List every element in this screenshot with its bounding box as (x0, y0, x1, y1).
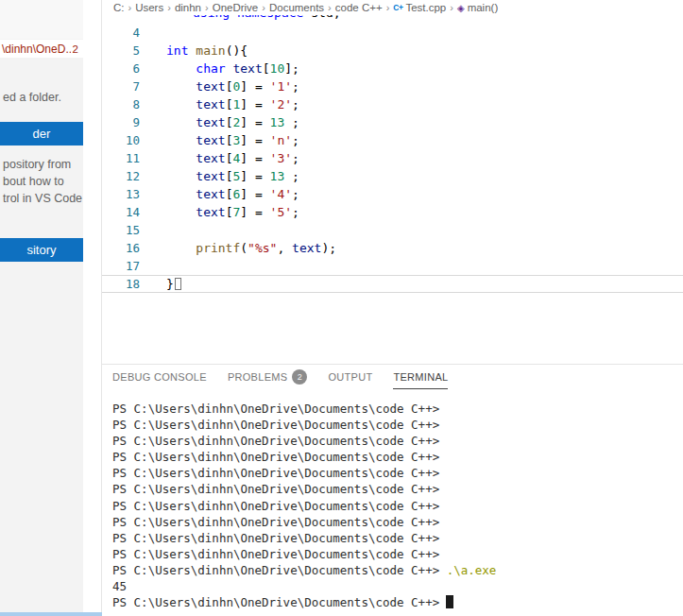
terminal-line: 45 (112, 578, 683, 594)
line-number[interactable]: 16 (102, 239, 140, 257)
editor-cursor (175, 278, 181, 290)
line-number[interactable]: 8 (102, 95, 140, 113)
sidebar-editor-tab[interactable]: \dinhn\OneD... 2 (0, 40, 83, 58)
breadcrumb-item[interactable]: C: (113, 2, 125, 13)
terminal-prompt: PS C:\Users\dinhn\OneDrive\Documents\cod… (112, 466, 439, 480)
open-folder-button[interactable]: der (0, 122, 83, 145)
terminal-prompt: PS C:\Users\dinhn\OneDrive\Documents\cod… (112, 402, 439, 416)
code-lines: 45int main(){6 char text[10];7 text[0] =… (102, 24, 683, 293)
line-number[interactable]: 18 (102, 276, 140, 292)
line-number[interactable]: 13 (102, 185, 140, 203)
sidebar-welcome-text-2: pository from bout how to trol in VS Cod… (3, 156, 82, 207)
line-number[interactable]: 7 (102, 77, 140, 95)
terminal-prompt: PS C:\Users\dinhn\OneDrive\Documents\cod… (112, 434, 439, 448)
breadcrumb-separator: › (167, 2, 171, 13)
breadcrumb-separator: › (386, 2, 390, 13)
code-line-17[interactable]: 17 (102, 257, 683, 275)
breadcrumb-separator: › (450, 2, 453, 13)
terminal-cursor (446, 595, 453, 608)
line-number[interactable]: 5 (102, 42, 140, 60)
terminal-line: PS C:\Users\dinhn\OneDrive\Documents\cod… (112, 433, 683, 449)
partial-code-line: using namespace std; (102, 15, 683, 24)
terminal-command: .\a.exe (439, 563, 496, 577)
breadcrumb-item[interactable]: code C++ (335, 2, 383, 13)
terminal-line: PS C:\Users\dinhn\OneDrive\Documents\cod… (112, 481, 683, 497)
terminal-line: PS C:\Users\dinhn\OneDrive\Documents\cod… (112, 465, 683, 481)
sidebar-welcome-line: trol in VS Code (3, 190, 82, 207)
line-number[interactable]: 15 (102, 221, 140, 239)
breadcrumb[interactable]: C:›Users›dinhn›OneDrive›Documents›code C… (102, 0, 683, 15)
terminal-content[interactable]: PS C:\Users\dinhn\OneDrive\Documents\cod… (102, 389, 683, 610)
code-line-10[interactable]: 10 text[3] = 'n'; (102, 131, 683, 149)
line-number[interactable]: 11 (102, 149, 140, 167)
panel-tab-problems[interactable]: PROBLEMS2 (228, 365, 308, 389)
code-line-5[interactable]: 5int main(){ (102, 42, 683, 60)
clone-repository-button[interactable]: sitory (0, 238, 83, 262)
code-line-12[interactable]: 12 text[5] = 13 ; (102, 167, 683, 185)
breadcrumb-item[interactable]: Users (135, 2, 163, 13)
problems-badge: 2 (292, 369, 307, 385)
symbol-method-icon: ◈ (457, 3, 465, 13)
panel-tab-debug-console[interactable]: DEBUG CONSOLE (112, 365, 207, 389)
terminal-line: PS C:\Users\dinhn\OneDrive\Documents\cod… (112, 449, 683, 465)
terminal-prompt: PS C:\Users\dinhn\OneDrive\Documents\cod… (112, 499, 439, 513)
code-line-11[interactable]: 11 text[4] = '3'; (102, 149, 683, 167)
panel-tabs: DEBUG CONSOLEPROBLEMS2OUTPUTTERMINAL (102, 365, 683, 389)
terminal-line: PS C:\Users\dinhn\OneDrive\Documents\cod… (112, 562, 683, 578)
breadcrumb-separator: › (328, 2, 332, 13)
terminal-output: 45 (112, 579, 127, 593)
code-line-13[interactable]: 13 text[6] = '4'; (102, 185, 683, 203)
code-line-9[interactable]: 9 text[2] = 13 ; (102, 113, 683, 131)
panel-tab-output[interactable]: OUTPUT (328, 365, 372, 389)
terminal-prompt: PS C:\Users\dinhn\OneDrive\Documents\cod… (112, 563, 439, 577)
line-number[interactable]: 14 (102, 203, 140, 221)
line-number[interactable]: 4 (102, 24, 140, 42)
code-line-14[interactable]: 14 text[7] = '5'; (102, 203, 683, 221)
breadcrumb-item[interactable]: OneDrive (213, 2, 259, 13)
terminal-prompt: PS C:\Users\dinhn\OneDrive\Documents\cod… (112, 482, 439, 496)
breadcrumb-separator: › (128, 2, 132, 13)
sidebar-welcome-line: bout how to (3, 173, 82, 190)
code-line-8[interactable]: 8 text[1] = '2'; (102, 95, 683, 113)
breadcrumb-item[interactable]: Documents (269, 2, 324, 13)
terminal-line: PS C:\Users\dinhn\OneDrive\Documents\cod… (112, 401, 683, 417)
terminal-prompt: PS C:\Users\dinhn\OneDrive\Documents\cod… (112, 531, 439, 545)
breadcrumb-file-label: Test.cpp (405, 2, 446, 13)
terminal-line: PS C:\Users\dinhn\OneDrive\Documents\cod… (112, 417, 683, 433)
sidebar: \dinhn\OneD... 2 ed a folder. der posito… (0, 0, 102, 616)
terminal-line: PS C:\Users\dinhn\OneDrive\Documents\cod… (112, 514, 683, 530)
terminal-prompt: PS C:\Users\dinhn\OneDrive\Documents\cod… (112, 595, 439, 609)
line-number[interactable]: 17 (102, 257, 140, 275)
cpp-file-icon: C+ (393, 3, 402, 12)
breadcrumb-file[interactable]: C+Test.cpp (393, 2, 446, 13)
terminal-line: PS C:\Users\dinhn\OneDrive\Documents\cod… (112, 530, 683, 546)
breadcrumb-symbol-label: main() (468, 2, 499, 13)
breadcrumb-symbol[interactable]: ◈main() (457, 2, 498, 13)
line-number[interactable]: 10 (102, 131, 140, 149)
sidebar-welcome-text-1: ed a folder. (3, 91, 61, 104)
breadcrumb-separator: › (262, 2, 265, 13)
code-line-4[interactable]: 4 (102, 24, 683, 42)
breadcrumb-separator: › (205, 2, 209, 13)
panel-tab-terminal[interactable]: TERMINAL (393, 365, 448, 389)
terminal-line: PS C:\Users\dinhn\OneDrive\Documents\cod… (112, 546, 683, 562)
terminal-prompt: PS C:\Users\dinhn\OneDrive\Documents\cod… (112, 418, 439, 432)
sidebar-welcome-line: pository from (3, 156, 82, 173)
sidebar-editor-tab-badge: 2 (71, 43, 83, 55)
line-number[interactable]: 6 (102, 60, 140, 77)
status-bar-sliver (0, 612, 102, 616)
sidebar-header (0, 0, 83, 39)
terminal-line: PS C:\Users\dinhn\OneDrive\Documents\cod… (112, 594, 683, 610)
code-editor[interactable]: using namespace std; 45int main(){6 char… (102, 15, 683, 364)
line-number[interactable]: 12 (102, 167, 140, 185)
line-number[interactable]: 9 (102, 113, 140, 131)
code-line-6[interactable]: 6 char text[10]; (102, 60, 683, 77)
code-line-7[interactable]: 7 text[0] = '1'; (102, 77, 683, 95)
code-line-18[interactable]: 18} (102, 275, 683, 293)
code-line-16[interactable]: 16 printf("%s", text); (102, 239, 683, 257)
code-line-15[interactable]: 15 (102, 221, 683, 239)
breadcrumb-item[interactable]: dinhn (175, 2, 201, 13)
sidebar-editor-tab-label: \dinhn\OneD... (0, 43, 71, 56)
terminal-prompt: PS C:\Users\dinhn\OneDrive\Documents\cod… (112, 547, 439, 561)
terminal-prompt: PS C:\Users\dinhn\OneDrive\Documents\cod… (112, 450, 439, 464)
